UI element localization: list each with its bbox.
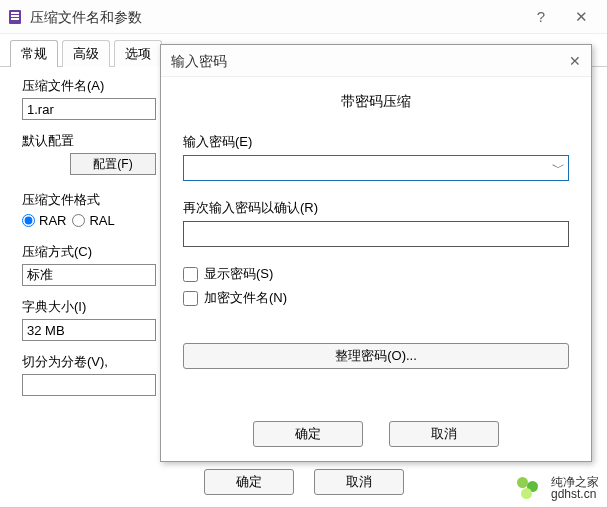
close-button-modal[interactable]: ✕ <box>569 45 581 77</box>
main-titlebar: 压缩文件名和参数 ? ✕ <box>0 0 607 34</box>
help-button[interactable]: ? <box>521 0 561 34</box>
tab-general[interactable]: 常规 <box>10 40 58 67</box>
modal-heading: 带密码压缩 <box>161 77 591 133</box>
encrypt-names-checkbox[interactable] <box>183 291 198 306</box>
encrypt-names-option[interactable]: 加密文件名(N) <box>183 289 569 307</box>
show-password-option[interactable]: 显示密码(S) <box>183 265 569 283</box>
main-cancel-button[interactable]: 取消 <box>314 469 404 495</box>
confirm-field: 再次输入密码以确认(R) <box>183 199 569 247</box>
show-password-checkbox[interactable] <box>183 267 198 282</box>
main-title-text: 压缩文件名和参数 <box>30 0 521 34</box>
config-button[interactable]: 配置(F) <box>70 153 156 175</box>
checkbox-group: 显示密码(S) 加密文件名(N) <box>183 265 569 307</box>
svg-rect-3 <box>11 18 19 20</box>
dict-select[interactable] <box>22 319 156 341</box>
radio-ral[interactable]: RAL <box>72 213 114 228</box>
main-button-row: 确定 取消 <box>0 469 607 495</box>
tab-options[interactable]: 选项 <box>114 40 162 67</box>
method-select[interactable] <box>22 264 156 286</box>
modal-ok-button[interactable]: 确定 <box>253 421 363 447</box>
file-name-input[interactable] <box>22 98 156 120</box>
watermark-logo <box>517 477 545 499</box>
modal-button-row: 确定 取消 <box>161 421 591 447</box>
modal-titlebar: 输入密码 ✕ <box>161 45 591 77</box>
modal-body: 输入密码(E) ﹀ 再次输入密码以确认(R) 显示密码(S) 加密文件名(N) … <box>161 133 591 369</box>
svg-rect-1 <box>11 12 19 14</box>
close-button-main[interactable]: ✕ <box>561 0 601 34</box>
radio-rar-input[interactable] <box>22 214 35 227</box>
radio-ral-input[interactable] <box>72 214 85 227</box>
modal-cancel-button[interactable]: 取消 <box>389 421 499 447</box>
radio-rar[interactable]: RAR <box>22 213 66 228</box>
password-combo[interactable]: ﹀ <box>183 155 569 181</box>
tab-advanced[interactable]: 高级 <box>62 40 110 67</box>
watermark: 纯净之家 gdhst.cn <box>517 476 599 501</box>
password-input[interactable] <box>184 156 548 180</box>
split-input[interactable] <box>22 374 156 396</box>
organize-passwords-button[interactable]: 整理密码(O)... <box>183 343 569 369</box>
password-label: 输入密码(E) <box>183 133 569 151</box>
watermark-text: 纯净之家 gdhst.cn <box>551 476 599 501</box>
main-ok-button[interactable]: 确定 <box>204 469 294 495</box>
svg-rect-2 <box>11 15 19 17</box>
password-dialog: 输入密码 ✕ 带密码压缩 输入密码(E) ﹀ 再次输入密码以确认(R) 显示密码… <box>160 44 592 462</box>
chevron-down-icon[interactable]: ﹀ <box>548 156 568 180</box>
modal-title-text: 输入密码 <box>171 45 569 77</box>
confirm-label: 再次输入密码以确认(R) <box>183 199 569 217</box>
confirm-input[interactable] <box>183 221 569 247</box>
password-field: 输入密码(E) ﹀ <box>183 133 569 181</box>
app-icon <box>6 8 24 26</box>
